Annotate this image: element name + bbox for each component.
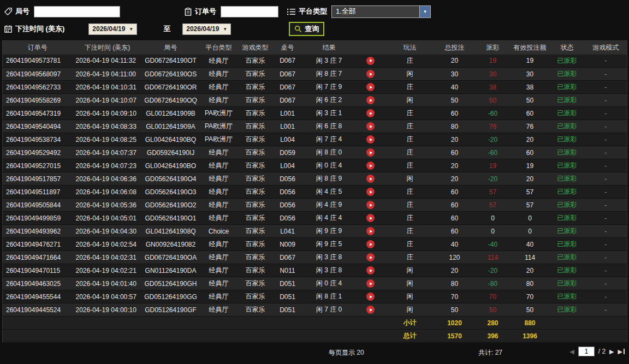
replay-button[interactable] (366, 175, 375, 183)
result-cell: 闲 8 庄 9 (303, 172, 355, 186)
order-number-cell: 260419049540494 (3, 120, 73, 133)
play-icon (370, 164, 372, 168)
bet-side-cell: 庄 (386, 225, 434, 238)
status-cell: 已派彩 (550, 68, 585, 81)
game-type-cell: 百家乐 (239, 212, 272, 225)
order-number-cell: 260419049547319 (3, 107, 73, 120)
page-number-input[interactable] (578, 347, 595, 356)
replay-button[interactable] (366, 240, 375, 248)
next-page-button[interactable]: ▶ (609, 348, 614, 355)
replay-button[interactable] (366, 266, 375, 275)
game-mode-cell: - (585, 303, 627, 317)
subtotal-label: 小计 (386, 317, 434, 330)
result-cell: 闲 6 庄 2 (303, 94, 355, 107)
table-number-cell: D067 (272, 68, 303, 81)
round-number-cell: GD059264190IJ (143, 146, 199, 159)
status-cell: 已派彩 (550, 186, 585, 199)
valid-bet-cell: 0 (511, 225, 550, 238)
game-mode-cell: - (585, 68, 627, 81)
platform-type-cell: 经典厅 (199, 146, 239, 159)
to-label: 至 (163, 24, 170, 34)
search-button[interactable]: 查询 (289, 22, 324, 36)
status-cell: 已派彩 (550, 290, 585, 303)
table-number-cell: D056 (272, 172, 303, 186)
payout-cell: -40 (476, 238, 511, 251)
total-bet-cell: 60 (434, 186, 476, 199)
table-row: 260419049568097 2026-04-19 04:11:00 GD06… (3, 68, 627, 81)
replay-button[interactable] (366, 122, 375, 130)
replay-button[interactable] (366, 135, 375, 144)
bet-side-cell: 庄 (386, 238, 434, 251)
result-cell: 闲 6 庄 8 (303, 120, 355, 133)
bet-time-cell: 2026-04-19 04:10:31 (73, 81, 143, 94)
game-mode-cell: - (585, 251, 627, 264)
replay-button[interactable] (366, 83, 375, 91)
order-number-cell: 260419049455544 (3, 290, 73, 303)
game-type-cell: 百家乐 (239, 120, 272, 133)
round-number-input[interactable] (34, 6, 120, 17)
result-cell: 闲 9 庄 5 (303, 238, 355, 251)
replay-button[interactable] (366, 162, 375, 170)
game-mode-cell: - (585, 172, 627, 186)
replay-button[interactable] (366, 70, 375, 78)
replay-button[interactable] (366, 214, 375, 222)
order-number-cell: 260419049517857 (3, 172, 73, 186)
play-icon (370, 125, 372, 128)
game-mode-cell: - (585, 264, 627, 277)
valid-bet-cell: 50 (511, 94, 550, 107)
col-header-table-number: 桌号 (272, 41, 303, 55)
last-page-button[interactable]: ▶ (618, 348, 625, 355)
result-cell: 闲 3 庄 8 (303, 251, 355, 264)
bet-time-label: 下注时间 (美东) (15, 24, 64, 34)
total-bet-cell: 60 (434, 212, 476, 225)
date-to-value: 2026/04/19 (186, 25, 219, 33)
status-cell: 已派彩 (550, 120, 585, 133)
replay-button[interactable] (366, 109, 375, 117)
bet-time-cell: 2026-04-19 04:09:10 (73, 107, 143, 120)
replay-cell (355, 146, 386, 159)
platform-type-select[interactable]: 1.全部 ▼ (331, 5, 431, 18)
table-row: 260419049511897 2026-04-19 04:06:08 GD05… (3, 186, 627, 199)
bet-side-cell: 庄 (386, 81, 434, 94)
payout-cell: 76 (476, 120, 511, 133)
order-number-input[interactable] (221, 6, 278, 17)
replay-button[interactable] (366, 306, 375, 314)
grand-total-label: 总计 (386, 330, 434, 343)
platform-type-cell: 经典厅 (199, 159, 239, 172)
date-to-picker[interactable]: 2026/04/19 ▼ (182, 23, 231, 35)
prev-page-button[interactable]: ◀ (569, 348, 574, 355)
replay-button[interactable] (366, 57, 375, 65)
grand-total-payout: 396 (476, 330, 511, 343)
bet-time-cell: 2026-04-19 04:02:54 (73, 238, 143, 251)
replay-button[interactable] (366, 201, 375, 209)
replay-button[interactable] (366, 96, 375, 104)
replay-button[interactable] (366, 253, 375, 261)
replay-button[interactable] (366, 293, 375, 301)
table-number-cell: D056 (272, 212, 303, 225)
replay-button[interactable] (366, 148, 375, 157)
bet-time-cell: 2026-04-19 04:01:40 (73, 277, 143, 290)
table-number-cell: D067 (272, 55, 303, 68)
status-cell: 已派彩 (550, 264, 585, 277)
round-number-cell: GD056264190O2 (143, 199, 199, 212)
payout-cell: -60 (476, 146, 511, 159)
table-number-cell: D067 (272, 81, 303, 94)
table-number-cell: D056 (272, 199, 303, 212)
result-cell: 闲 0 庄 4 (303, 277, 355, 290)
game-type-cell: 百家乐 (239, 277, 272, 290)
replay-button[interactable] (366, 188, 375, 196)
round-number-cell: GD067264190OR (143, 81, 199, 94)
order-number-cell: 260419049471664 (3, 251, 73, 264)
replay-cell (355, 264, 386, 277)
bet-side-cell: 闲 (386, 94, 434, 107)
result-cell: 闲 0 庄 4 (303, 159, 355, 172)
round-number-cell: GN00926419082 (143, 238, 199, 251)
bet-side-cell: 庄 (386, 159, 434, 172)
date-from-picker[interactable]: 2026/04/19 ▼ (88, 23, 137, 35)
replay-button[interactable] (366, 279, 375, 288)
total-count-label: 共计: 27 (478, 348, 502, 357)
total-bet-cell: 20 (434, 172, 476, 186)
table-row: 260419049493962 2026-04-19 04:04:30 GL04… (3, 225, 627, 238)
replay-button[interactable] (366, 227, 375, 235)
col-header-game-mode: 游戏模式 (585, 41, 627, 55)
